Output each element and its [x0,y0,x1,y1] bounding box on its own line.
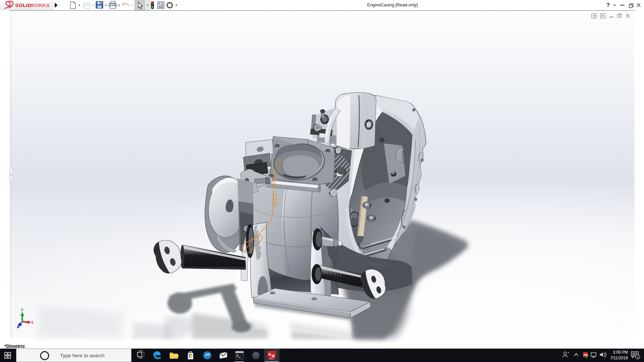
svg-text:SOLID: SOLID [15,2,32,8]
svg-text:S: S [268,352,271,356]
svg-text:3: 3 [637,356,639,359]
svg-text:2017: 2017 [269,357,274,360]
svg-text:WORKS: WORKS [30,2,50,8]
svg-text:?: ? [606,2,610,8]
